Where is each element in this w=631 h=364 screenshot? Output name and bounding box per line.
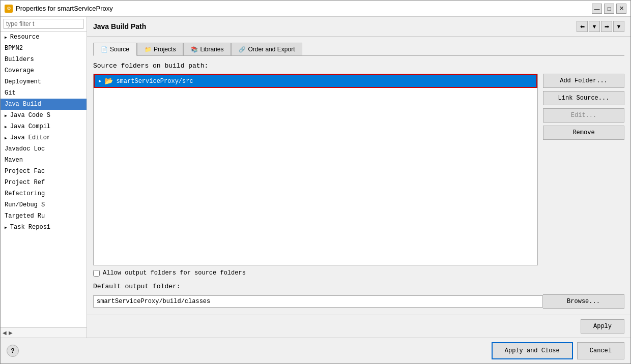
main-content: Java Build Path ⬅ ▼ ➡ ▼ 📄 Source	[87, 17, 630, 338]
sidebar-item-deployment[interactable]: Deployment	[1, 76, 87, 87]
folder-arrow-icon: ▶	[99, 78, 101, 84]
sidebar-item-run-debug[interactable]: Run/Debug S	[1, 199, 87, 210]
nav-forward-btn[interactable]: ➡	[601, 21, 612, 32]
tab-order-export-label: Order and Export	[248, 46, 295, 53]
tab-source[interactable]: 📄 Source	[93, 43, 137, 56]
output-folder-field[interactable]	[93, 295, 543, 308]
tab-libraries[interactable]: 📚 Libraries	[183, 43, 231, 55]
main-header: Java Build Path ⬅ ▼ ➡ ▼	[87, 17, 630, 37]
folder-item-label: smartServiceProxy/src	[116, 78, 193, 85]
sidebar-scroll-left[interactable]: ◀	[3, 330, 7, 336]
sidebar-filter-input[interactable]	[4, 19, 83, 29]
tab-libraries-label: Libraries	[200, 46, 223, 53]
title-bar-left: ⚙ Properties for smartServiceProxy	[5, 5, 113, 13]
nav-back-btn[interactable]: ⬅	[577, 21, 588, 32]
title-bar: ⚙ Properties for smartServiceProxy — □ ✕	[1, 1, 630, 17]
output-row: Browse...	[93, 294, 624, 309]
sidebar-scroll-right[interactable]: ▶	[9, 330, 13, 336]
remove-button[interactable]: Remove	[543, 126, 624, 140]
apply-and-close-button[interactable]: Apply and Close	[492, 342, 573, 359]
properties-window: ⚙ Properties for smartServiceProxy — □ ✕…	[0, 0, 631, 364]
footer-buttons: Apply and Close Cancel	[492, 342, 624, 359]
projects-tab-icon: 📁	[145, 46, 152, 53]
sidebar-item-refactoring[interactable]: Refactoring	[1, 188, 87, 199]
sidebar-filter-area	[1, 17, 87, 32]
cancel-button[interactable]: Cancel	[577, 342, 624, 359]
footer-left: ?	[7, 345, 19, 357]
allow-output-label: Allow output folders for source folders	[103, 269, 246, 277]
allow-output-checkbox[interactable]	[93, 270, 100, 277]
add-folder-button[interactable]: Add Folder...	[543, 74, 624, 88]
window-body: Resource BPMN2 Builders Coverage Deploym…	[1, 17, 630, 338]
browse-button[interactable]: Browse...	[543, 294, 624, 309]
sidebar-item-java-code-style[interactable]: Java Code S	[1, 110, 87, 121]
libraries-tab-icon: 📚	[191, 46, 198, 53]
tab-projects-label: Projects	[154, 46, 176, 53]
sidebar-item-project-facets[interactable]: Project Fac	[1, 166, 87, 177]
edit-button[interactable]: Edit...	[543, 108, 624, 123]
order-export-tab-icon: 🔗	[239, 46, 246, 53]
sidebar-item-bpmn2[interactable]: BPMN2	[1, 43, 87, 54]
folders-list[interactable]: ▶ 📂 smartServiceProxy/src	[93, 74, 538, 265]
tab-order-export[interactable]: 🔗 Order and Export	[231, 43, 302, 55]
right-buttons: Add Folder... Link Source... Edit... Rem…	[543, 74, 624, 265]
help-button[interactable]: ?	[7, 345, 19, 357]
sidebar-item-java-compiler[interactable]: Java Compil	[1, 121, 87, 132]
sidebar-item-git[interactable]: Git	[1, 87, 87, 99]
folder-icon: 📂	[104, 77, 113, 85]
apply-bar: Apply	[87, 315, 630, 338]
content-area: ▶ 📂 smartServiceProxy/src Add Folder... …	[93, 74, 624, 265]
source-tab-icon: 📄	[101, 46, 108, 53]
maximize-button[interactable]: □	[604, 4, 614, 14]
close-button[interactable]: ✕	[616, 4, 626, 14]
sidebar-item-builders[interactable]: Builders	[1, 54, 87, 65]
header-nav: ⬅ ▼ ➡ ▼	[577, 21, 624, 32]
sidebar: Resource BPMN2 Builders Coverage Deploym…	[1, 17, 87, 338]
apply-button[interactable]: Apply	[581, 319, 624, 333]
sidebar-scroll-area: Resource BPMN2 Builders Coverage Deploym…	[1, 32, 87, 327]
sidebar-item-task-repos[interactable]: Task Reposi	[1, 222, 87, 233]
sidebar-item-resource[interactable]: Resource	[1, 32, 87, 43]
footer-bar: ? Apply and Close Cancel	[1, 338, 630, 363]
tab-bar: 📄 Source 📁 Projects 📚 Libraries 🔗 Order …	[93, 43, 624, 56]
sidebar-item-project-refs[interactable]: Project Ref	[1, 177, 87, 188]
link-source-button[interactable]: Link Source...	[543, 91, 624, 105]
main-panel: 📄 Source 📁 Projects 📚 Libraries 🔗 Order …	[87, 37, 630, 315]
nav-dropdown-btn[interactable]: ▼	[589, 21, 600, 32]
sidebar-item-java-editor[interactable]: Java Editor	[1, 132, 87, 143]
nav-forward-dropdown-btn[interactable]: ▼	[613, 21, 624, 32]
minimize-button[interactable]: —	[592, 4, 602, 14]
window-title: Properties for smartServiceProxy	[16, 5, 113, 12]
section-label: Source folders on build path:	[93, 62, 624, 70]
main-title: Java Build Path	[93, 22, 146, 31]
sidebar-item-list: Resource BPMN2 Builders Coverage Deploym…	[1, 32, 87, 233]
folder-item-src[interactable]: ▶ 📂 smartServiceProxy/src	[94, 74, 537, 88]
sidebar-bottom: ◀ ▶	[1, 327, 87, 338]
output-label: Default output folder:	[93, 283, 624, 290]
tab-source-label: Source	[110, 46, 129, 53]
sidebar-item-java-build[interactable]: Java Build	[1, 99, 87, 110]
window-controls: — □ ✕	[592, 4, 626, 14]
sidebar-item-targeted-runtimes[interactable]: Targeted Ru	[1, 210, 87, 222]
sidebar-item-maven[interactable]: Maven	[1, 155, 87, 166]
tab-projects[interactable]: 📁 Projects	[137, 43, 183, 55]
app-icon: ⚙	[5, 5, 13, 13]
sidebar-item-coverage[interactable]: Coverage	[1, 65, 87, 76]
checkbox-row: Allow output folders for source folders	[93, 269, 624, 277]
sidebar-item-javadoc[interactable]: Javadoc Loc	[1, 143, 87, 155]
